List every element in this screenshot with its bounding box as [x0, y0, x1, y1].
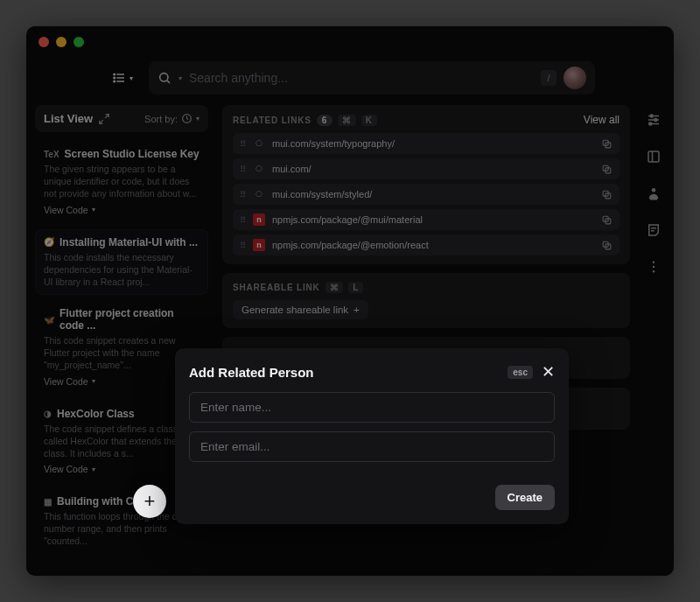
link-url: mui.com/system/styled/ [272, 189, 594, 200]
generate-link-button[interactable]: Generate shareable link + [233, 300, 368, 319]
search-caret-icon: ▾ [178, 74, 182, 82]
plus-icon: + [144, 490, 156, 513]
link-row[interactable]: ⠿ n npmjs.com/package/@emotion/react [233, 234, 620, 256]
svg-point-4 [114, 77, 116, 79]
svg-point-29 [652, 188, 656, 192]
drag-handle-icon[interactable]: ⠿ [240, 190, 246, 200]
copy-icon[interactable] [601, 214, 612, 226]
shortcut-key: ⌘ [326, 282, 344, 293]
expand-icon[interactable] [98, 113, 110, 125]
svg-point-35 [653, 270, 654, 272]
drag-handle-icon[interactable]: ⠿ [240, 139, 246, 149]
type-icon: ▦ [44, 497, 52, 507]
plus-icon: + [354, 304, 360, 315]
svg-point-33 [653, 262, 654, 263]
window-minimize-button[interactable] [56, 37, 66, 47]
view-code-button[interactable]: View Code▾ [44, 376, 95, 387]
favicon-icon: n [253, 214, 265, 226]
copy-icon[interactable] [601, 138, 612, 150]
svg-rect-30 [650, 199, 658, 200]
list-item[interactable]: 🧭Installing Material-UI with ... This co… [35, 229, 208, 296]
copy-icon[interactable] [601, 164, 612, 175]
view-all-button[interactable]: View all [584, 114, 620, 126]
search-bar[interactable]: ▾ / [149, 61, 595, 94]
drag-handle-icon[interactable]: ⠿ [240, 164, 246, 174]
count-badge: 6 [317, 115, 332, 126]
card-desc: This code installs the necessary depende… [44, 251, 200, 289]
copy-icon[interactable] [601, 189, 612, 200]
esc-key-hint: esc [508, 366, 533, 379]
name-field[interactable] [189, 392, 555, 423]
window-traffic-lights [26, 26, 674, 58]
settings-sliders-button[interactable] [642, 108, 665, 131]
shortcut-key: ⌘ [338, 115, 356, 126]
card-title-text: Flutter project creation code ... [60, 307, 200, 332]
sidebar-header: List View Sort by: ▾ [35, 105, 208, 132]
topbar: ▾ ▾ / [26, 58, 674, 105]
svg-point-34 [653, 266, 654, 268]
view-code-button[interactable]: View Code▾ [44, 464, 95, 474]
clock-icon [181, 113, 192, 124]
copy-icon[interactable] [601, 240, 612, 251]
search-icon [158, 71, 172, 85]
favicon-icon: n [253, 239, 265, 251]
view-mode-toggle[interactable]: ▾ [105, 67, 140, 88]
view-code-button[interactable]: View Code▾ [44, 205, 95, 215]
search-input[interactable] [189, 71, 534, 85]
link-url: npmjs.com/package/@mui/material [272, 214, 594, 225]
svg-point-6 [160, 74, 168, 81]
sort-label: Sort by: [144, 114, 178, 124]
svg-point-5 [114, 80, 116, 82]
caret-down-icon: ▾ [130, 74, 133, 82]
create-button[interactable]: Create [495, 485, 555, 510]
sort-control[interactable]: Sort by: ▾ [144, 113, 200, 124]
panel-title: RELATED LINKS 6 ⌘ K [233, 115, 377, 126]
link-url: mui.com/ [272, 164, 594, 174]
add-fab-button[interactable]: + [133, 485, 166, 518]
window-close-button[interactable] [38, 37, 49, 47]
email-field[interactable] [189, 431, 555, 462]
right-rail [639, 105, 668, 576]
type-icon: 🦋 [44, 315, 54, 325]
close-icon[interactable]: ✕ [542, 362, 555, 382]
card-title-text: HexColor Class [57, 408, 135, 420]
slash-shortcut-badge: / [541, 70, 556, 86]
card-desc: The given string appears to be a unique … [44, 163, 200, 200]
link-row[interactable]: ⠿ ⎔ mui.com/ [233, 158, 620, 179]
svg-point-3 [114, 74, 116, 75]
shortcut-key: L [348, 282, 363, 293]
sidebar-title: List View [44, 112, 93, 125]
list-item[interactable]: TeXScreen Studio License Key The given s… [35, 141, 208, 224]
link-row[interactable]: ⠿ ⎔ mui.com/system/typography/ [233, 133, 620, 154]
notes-button[interactable] [642, 219, 665, 242]
more-menu-button[interactable] [642, 256, 665, 278]
favicon-icon: ⎔ [253, 188, 265, 200]
link-row[interactable]: ⠿ n npmjs.com/package/@mui/material [233, 209, 620, 230]
panel-title: SHAREABLE LINK ⌘ L [233, 282, 363, 293]
card-title-text: Installing Material-UI with ... [60, 236, 198, 248]
card-title-text: Building with C [57, 495, 133, 508]
drag-handle-icon[interactable]: ⠿ [240, 215, 246, 225]
type-icon: ◑ [44, 409, 52, 418]
list-icon [112, 71, 126, 85]
modal-title: Add Related Person [189, 365, 314, 380]
related-people-button[interactable] [642, 182, 665, 205]
window-maximize-button[interactable] [74, 37, 84, 47]
drag-handle-icon[interactable]: ⠿ [240, 241, 246, 250]
favicon-icon: ⎔ [253, 137, 265, 150]
shareable-link-panel: SHAREABLE LINK ⌘ L Generate shareable li… [222, 273, 630, 328]
favicon-icon: ⎔ [253, 163, 265, 175]
link-url: npmjs.com/package/@emotion/react [272, 240, 594, 250]
link-url: mui.com/system/typography/ [272, 138, 594, 149]
caret-down-icon: ▾ [196, 115, 200, 122]
panel-toggle-button[interactable] [642, 145, 665, 168]
avatar[interactable] [564, 66, 586, 89]
svg-rect-27 [648, 151, 659, 162]
add-related-person-modal: Add Related Person esc ✕ Create [175, 348, 569, 524]
type-icon: 🧭 [44, 237, 54, 247]
related-links-panel: RELATED LINKS 6 ⌘ K View all ⠿ ⎔ mui.com… [222, 105, 630, 264]
svg-line-7 [167, 80, 170, 83]
app-window: ▾ ▾ / List View Sort by: ▾ [26, 26, 674, 576]
card-title-text: Screen Studio License Key [65, 148, 200, 160]
link-row[interactable]: ⠿ ⎔ mui.com/system/styled/ [233, 184, 620, 205]
